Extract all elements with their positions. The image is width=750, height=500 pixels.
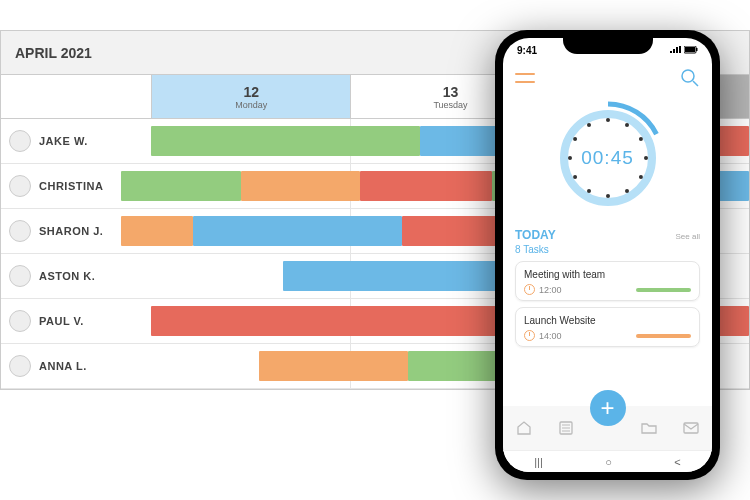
task-bar[interactable] — [259, 351, 409, 381]
task-bar[interactable] — [402, 216, 510, 246]
day-column[interactable]: 12Monday — [151, 75, 350, 118]
task-time: 12:00 — [524, 284, 562, 295]
person-row[interactable]: ANNA L. — [1, 344, 151, 389]
task-bar[interactable] — [151, 126, 420, 156]
avatar — [9, 355, 31, 377]
avatar — [9, 310, 31, 332]
task-bar[interactable] — [360, 171, 492, 201]
task-bar[interactable] — [121, 171, 241, 201]
task-progress — [636, 288, 691, 292]
person-row[interactable]: ASTON K. — [1, 254, 151, 299]
see-all-link[interactable]: See all — [676, 232, 700, 241]
svg-rect-23 — [684, 423, 698, 433]
avatar — [9, 175, 31, 197]
svg-point-3 — [682, 70, 694, 82]
task-title: Launch Website — [524, 315, 691, 326]
timer-value: 00:45 — [548, 98, 668, 218]
list-icon[interactable] — [558, 420, 574, 436]
status-icons — [669, 46, 698, 54]
person-name: CHRISTINA — [39, 180, 103, 192]
task-bar[interactable] — [719, 306, 749, 336]
status-time: 9:41 — [517, 45, 537, 56]
person-name: SHARON J. — [39, 225, 103, 237]
clock-icon — [524, 284, 535, 295]
task-bar[interactable] — [151, 306, 510, 336]
bottom-nav: + — [503, 406, 712, 450]
person-name: JAKE W. — [39, 135, 88, 147]
person-name: ANNA L. — [39, 360, 87, 372]
back-button[interactable]: < — [674, 456, 680, 468]
avatar — [9, 265, 31, 287]
folder-icon[interactable] — [641, 420, 657, 436]
timer-widget[interactable]: 00:45 — [503, 94, 712, 228]
mail-icon[interactable] — [683, 420, 699, 436]
svg-rect-1 — [685, 47, 695, 52]
task-card[interactable]: Meeting with team12:00 — [515, 261, 700, 301]
task-title: Meeting with team — [524, 269, 691, 280]
task-bar[interactable] — [121, 216, 193, 246]
clock-icon — [524, 330, 535, 341]
person-name: PAUL V. — [39, 315, 84, 327]
search-icon[interactable] — [680, 68, 700, 88]
person-name: ASTON K. — [39, 270, 95, 282]
recent-apps-button[interactable]: ||| — [534, 456, 543, 468]
android-nav: ||| ○ < — [503, 450, 712, 472]
task-bar[interactable] — [719, 126, 749, 156]
today-label: TODAY — [515, 228, 556, 242]
home-button[interactable]: ○ — [605, 456, 612, 468]
gantt-people-list: JAKE W.CHRISTINASHARON J.ASTON K.PAUL V.… — [1, 119, 151, 389]
gantt-title: APRIL 2021 — [15, 45, 92, 61]
svg-rect-2 — [696, 48, 698, 51]
phone-mockup: 9:41 00:45 TODAY See all — [495, 30, 720, 480]
task-card[interactable]: Launch Website14:00 — [515, 307, 700, 347]
task-time: 14:00 — [524, 330, 562, 341]
home-icon[interactable] — [516, 420, 532, 436]
add-button[interactable]: + — [590, 390, 626, 426]
tasks-count: 8 Tasks — [515, 244, 700, 255]
task-bar[interactable] — [719, 171, 749, 201]
task-bar[interactable] — [193, 216, 402, 246]
svg-line-4 — [693, 81, 698, 86]
person-row[interactable]: PAUL V. — [1, 299, 151, 344]
person-row[interactable]: JAKE W. — [1, 119, 151, 164]
task-bar[interactable] — [241, 171, 361, 201]
task-progress — [636, 334, 691, 338]
filter-icon[interactable] — [515, 70, 535, 86]
avatar — [9, 130, 31, 152]
avatar — [9, 220, 31, 242]
